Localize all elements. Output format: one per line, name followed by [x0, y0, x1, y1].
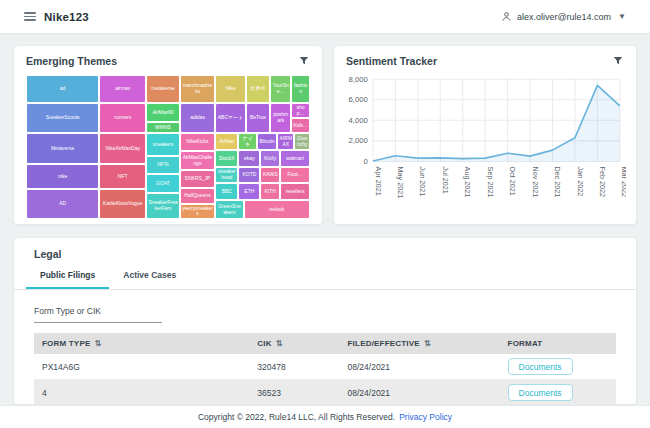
treemap-tile[interactable]: AIRMAX	[277, 133, 294, 150]
treemap-tile[interactable]: NikeAirMaxDay	[99, 133, 146, 164]
treemap-tile-label: GreenSneakers	[216, 204, 242, 216]
treemap-tile[interactable]: SneakerScouts	[26, 103, 99, 133]
treemap-tile[interactable]: shop…	[291, 103, 310, 118]
treemap-tile-label: Nike	[224, 86, 236, 92]
svg-text:Apr 2021: Apr 2021	[374, 167, 383, 196]
treemap-tile[interactable]: 世界中	[246, 75, 270, 103]
treemap-tile[interactable]: reebok	[244, 200, 310, 219]
cell-cik: 36523	[249, 380, 339, 406]
treemap-tile[interactable]: fashion	[291, 75, 310, 103]
treemap-tile-label: KOTD	[241, 172, 257, 178]
cell-filed: 08/24/2021	[340, 354, 500, 380]
svg-text:Nov 2021: Nov 2021	[531, 167, 540, 198]
treemap-tile-label: Metaverse	[50, 146, 75, 152]
themes-filter-button[interactable]	[298, 55, 310, 67]
treemap-tile[interactable]: SNKRS_JP	[180, 170, 215, 188]
treemap-tile[interactable]: adidas	[180, 103, 215, 133]
treemap-tile[interactable]: AD	[26, 189, 99, 219]
treemap-tile[interactable]: NFT	[99, 164, 146, 189]
treemap-tile-label: NikeKicks	[186, 139, 210, 145]
treemap-tile-label: AirMax90	[151, 110, 174, 116]
treemap-tile-label: reebok	[268, 207, 285, 213]
treemap-tile[interactable]: resellers	[280, 183, 310, 200]
treemap-tile[interactable]: ABCマート	[215, 103, 246, 133]
privacy-policy-link[interactable]: Privacy Policy	[399, 412, 452, 422]
copyright-text: Copyright © 2022, Rule14 LLC, All Rights…	[198, 412, 395, 422]
treemap-tile[interactable]: HalfQueens	[180, 188, 215, 204]
treemap-tile[interactable]: marchmadness	[180, 75, 215, 103]
treemap-tile[interactable]: ebay	[238, 150, 260, 167]
svg-text:Aug 2021: Aug 2021	[463, 167, 472, 198]
treemap-tile[interactable]: Foot…	[280, 167, 310, 183]
legal-title: Legal	[14, 238, 636, 264]
column-header: CIK⇅	[249, 333, 339, 354]
treemap-tile[interactable]: runners	[99, 103, 146, 133]
treemap-tile[interactable]: walmart	[280, 150, 310, 167]
treemap-tile-label: sneakerhead	[216, 169, 237, 181]
treemap-tile-label: fashion	[292, 83, 309, 95]
tab-active-cases[interactable]: Active Cases	[109, 264, 190, 289]
svg-text:8,000: 8,000	[349, 75, 368, 84]
treemap-tile[interactable]: StockX	[215, 150, 238, 167]
treemap-tile[interactable]: AirMax	[215, 133, 238, 150]
treemap-tile[interactable]: Bitcoin	[257, 133, 277, 150]
treemap-tile[interactable]: metaverse	[146, 75, 180, 103]
treemap-tile[interactable]: KAWS	[260, 167, 280, 183]
treemap-tile[interactable]: KITH	[260, 183, 280, 200]
treemap-tile-label: sneakers	[152, 142, 174, 148]
treemap-tile[interactable]: AirMax90	[146, 103, 180, 122]
treemap-tile-label: Givenchy	[295, 136, 309, 148]
sentiment-filter-button[interactable]	[612, 55, 624, 67]
treemap-tile[interactable]: Kixify	[260, 150, 280, 167]
treemap-tile[interactable]: NFTs	[146, 156, 180, 175]
treemap-tile[interactable]: airmax	[99, 75, 146, 103]
treemap-tile-label: KITH	[264, 189, 277, 195]
treemap-tile-label: SneakerFreakerFam	[147, 200, 179, 212]
documents-button[interactable]: Documents	[508, 358, 573, 375]
filings-table-body: PX14A6G32047808/24/2021Documents43652308…	[34, 354, 616, 405]
sort-icon[interactable]: ⇅	[276, 339, 283, 348]
svg-text:Jul 2021: Jul 2021	[441, 167, 450, 194]
treemap-tile[interactable]: KOTD	[238, 167, 260, 183]
form-type-cik-input[interactable]	[34, 304, 162, 323]
treemap-tile[interactable]: Givenchy	[294, 133, 310, 150]
treemap-tile[interactable]: YourSne…	[270, 75, 291, 103]
treemap-tile[interactable]: Kids…	[291, 118, 310, 133]
menu-icon[interactable]	[24, 12, 36, 21]
svg-text:Jun 2021: Jun 2021	[418, 167, 427, 197]
treemap-tile[interactable]: SneakerFreakerFam	[146, 193, 180, 219]
treemap-tile[interactable]: ETH	[238, 183, 260, 200]
treemap-tile[interactable]: GOAT	[146, 174, 180, 193]
treemap-tile[interactable]: ad	[26, 75, 99, 103]
treemap-tile[interactable]: poshmark	[270, 103, 291, 133]
sort-icon[interactable]: ⇅	[94, 339, 101, 348]
treemap-tile[interactable]: GreenSneakers	[215, 200, 243, 219]
treemap-tile[interactable]: BBC	[215, 183, 238, 200]
treemap-tile-label: WMNS	[154, 125, 172, 131]
treemap-tile[interactable]: BeTrue	[246, 103, 270, 133]
treemap-tile[interactable]: sneakers	[146, 133, 180, 155]
treemap-tile-label: shop…	[292, 105, 309, 117]
treemap-tile[interactable]: WMNS	[146, 122, 180, 134]
treemap-tile[interactable]: Metaverse	[26, 133, 99, 164]
treemap-tile[interactable]: ナイキ	[238, 133, 256, 150]
footer: Copyright © 2022, Rule14 LLC, All Rights…	[0, 405, 650, 428]
treemap-tile[interactable]: Nike	[215, 75, 246, 103]
treemap-tile[interactable]: KarlieKlossVogue	[99, 189, 146, 219]
legal-card: Legal Public Filings Active Cases FORM T…	[13, 237, 637, 405]
svg-text:4,000: 4,000	[349, 116, 368, 125]
treemap-tile[interactable]: yeezysneakers	[180, 204, 215, 219]
treemap-tile[interactable]: AirMaxChallenge	[180, 151, 215, 170]
treemap-tile[interactable]: sneakerhead	[215, 167, 238, 183]
treemap-tile-label: runners	[113, 115, 132, 121]
svg-text:Mar 2022: Mar 2022	[620, 167, 626, 197]
user-menu[interactable]: alex.oliver@rule14.com ▼	[501, 11, 626, 22]
treemap-tile-label: 世界中	[250, 86, 267, 92]
tab-public-filings[interactable]: Public Filings	[26, 264, 109, 289]
treemap-tile[interactable]: nike	[26, 164, 99, 189]
treemap-tile-label: SneakerScouts	[45, 115, 81, 121]
treemap-tile[interactable]: NikeKicks	[180, 133, 215, 151]
sort-icon[interactable]: ⇅	[424, 339, 431, 348]
treemap-tile-label: nike	[57, 174, 68, 180]
documents-button[interactable]: Documents	[508, 384, 573, 401]
